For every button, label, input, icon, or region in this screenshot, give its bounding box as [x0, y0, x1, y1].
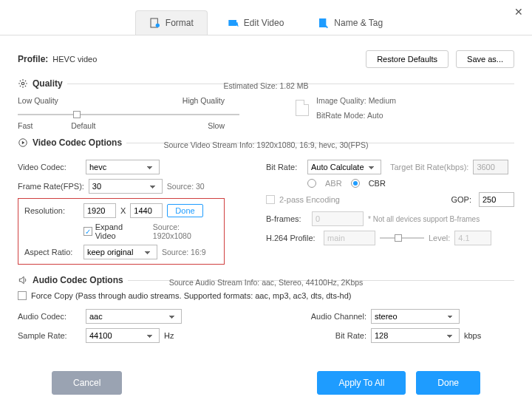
tab-format[interactable]: Format — [135, 10, 208, 35]
bframes-select: 0 — [312, 211, 364, 226]
window-close-icon[interactable]: ✕ — [514, 6, 523, 18]
tab-bar: Format Edit Video Name & Tag — [0, 0, 532, 35]
default-label: Default — [71, 121, 95, 130]
resolution-height-input[interactable] — [130, 203, 163, 218]
hz-label: Hz — [164, 331, 174, 340]
svg-point-1 — [155, 24, 159, 27]
target-bitrate-input — [473, 160, 508, 174]
video-icon — [18, 137, 28, 148]
footer: Cancel Apply To All Done — [0, 371, 532, 395]
name-tag-icon — [318, 17, 330, 29]
fps-label: Frame Rate(FPS): — [18, 182, 84, 191]
resolution-done-button[interactable]: Done — [167, 204, 202, 217]
tab-edit-video[interactable]: Edit Video — [214, 10, 299, 35]
audio-channel-label: Audio Channel: — [303, 312, 366, 321]
svg-marker-6 — [22, 141, 24, 145]
h264-profile-label: H.264 Profile: — [266, 234, 319, 242]
resolution-highlight: Resolution: X Done ✓ Expand Video Source… — [18, 198, 225, 265]
resolution-x: X — [120, 206, 126, 215]
format-icon — [149, 17, 161, 29]
profile-row: Profile: HEVC video Restore Defaults Sav… — [18, 50, 514, 68]
low-quality-label: Low Quality — [18, 96, 58, 105]
resolution-source: Source: 1920x1080 — [153, 222, 218, 240]
bitrate-mode-label: BitRate Mode: — [316, 111, 366, 120]
slow-label: Slow — [208, 121, 225, 130]
fps-source: Source: 30 — [167, 182, 205, 191]
aspect-source: Source: 16:9 — [162, 248, 206, 256]
expand-video-label: Expand Video — [95, 222, 144, 240]
image-quality-label: Image Quality: — [316, 96, 366, 105]
gop-input[interactable] — [479, 192, 514, 207]
level-slider — [380, 237, 424, 239]
high-quality-label: High Quality — [183, 96, 225, 105]
save-as-button[interactable]: Save as... — [456, 50, 514, 68]
tab-edit-video-label: Edit Video — [244, 18, 284, 28]
h264-profile-select: main — [324, 231, 375, 245]
force-copy-checkbox[interactable] — [18, 291, 27, 300]
bitrate-mode-value: Auto — [367, 111, 383, 120]
aspect-ratio-label: Aspect Ratio: — [24, 248, 79, 256]
level-select: 4.1 — [454, 231, 491, 245]
fast-label: Fast — [18, 121, 33, 130]
video-codec-select[interactable]: hevc — [86, 160, 160, 174]
twopass-checkbox[interactable] — [266, 195, 275, 204]
profile-label: Profile: — [18, 54, 48, 64]
estimated-size-label: Estimated Size: — [224, 81, 278, 90]
cbr-radio[interactable] — [351, 179, 360, 188]
audio-bitrate-select[interactable]: 128 — [371, 328, 460, 343]
sample-rate-select[interactable]: 44100 — [86, 328, 160, 343]
quality-slider[interactable] — [18, 109, 239, 120]
twopass-label: 2-pass Encoding — [279, 195, 340, 204]
bitrate-select[interactable]: Auto Calculate — [307, 160, 381, 174]
svg-rect-2 — [228, 20, 236, 26]
restore-defaults-button[interactable]: Restore Defaults — [366, 50, 449, 68]
bframes-label: B-frames: — [266, 214, 307, 223]
audio-channel-select[interactable]: stereo — [371, 309, 460, 324]
kbps-label: kbps — [464, 331, 481, 340]
image-quality-value: Medium — [369, 96, 396, 105]
resolution-width-input[interactable] — [83, 203, 116, 218]
level-label: Level: — [429, 234, 450, 242]
done-button[interactable]: Done — [416, 371, 480, 395]
estimated-size-value: 1.82 MB — [279, 81, 308, 90]
gop-label: GOP: — [451, 195, 471, 204]
target-bitrate-label: Target Bit Rate(kbps): — [390, 163, 468, 171]
audio-codec-select[interactable]: aac — [86, 309, 182, 324]
aspect-ratio-select[interactable]: keep original — [83, 245, 157, 259]
abr-radio[interactable] — [307, 179, 316, 188]
bframes-note: * Not all devices support B-frames — [368, 215, 480, 223]
bitrate-label: Bit Rate: — [266, 163, 303, 171]
cancel-button[interactable]: Cancel — [52, 371, 122, 395]
force-copy-label: Force Copy (Pass through audio streams. … — [31, 291, 351, 300]
video-codec-label: Video Codec: — [18, 163, 81, 171]
fps-select[interactable]: 30 — [89, 179, 163, 194]
speaker-icon — [18, 275, 28, 285]
sample-rate-label: Sample Rate: — [18, 331, 81, 340]
profile-value: HEVC video — [52, 55, 97, 64]
apply-to-all-button[interactable]: Apply To All — [317, 371, 406, 395]
gear-icon — [18, 78, 28, 89]
cbr-label: CBR — [369, 179, 386, 188]
audio-codec-label: Audio Codec: — [18, 312, 81, 321]
audio-bitrate-label: Bit Rate: — [303, 331, 366, 340]
edit-video-icon — [228, 17, 239, 29]
document-icon — [296, 100, 309, 116]
tab-format-label: Format — [166, 18, 194, 28]
tab-name-tag-label: Name & Tag — [334, 18, 383, 28]
svg-point-4 — [21, 82, 24, 85]
expand-video-checkbox[interactable]: ✓ — [83, 227, 92, 236]
abr-label: ABR — [325, 179, 342, 188]
tab-name-tag[interactable]: Name & Tag — [304, 10, 397, 35]
resolution-label: Resolution: — [24, 206, 79, 215]
